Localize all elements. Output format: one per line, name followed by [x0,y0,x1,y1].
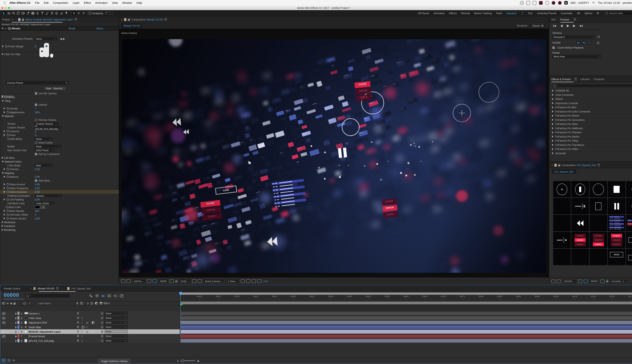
param-row-back-color[interactable]: Back Color [0,205,119,209]
video-column-icon[interactable] [2,302,5,304]
layer-label-swatch[interactable] [18,316,20,320]
zoom-slider-thumb[interactable] [181,360,184,362]
back-color-swatch[interactable] [35,206,40,208]
effects-search-box[interactable]: ▼ [551,84,632,88]
solo-column-icon[interactable] [10,302,12,304]
eraser-tool-icon[interactable] [54,11,59,16]
layer-name[interactable]: Color Juice [28,316,41,320]
workspace-tab-effects[interactable]: Effects [449,12,457,14]
clone-stamp-tool-icon[interactable] [50,11,54,16]
comp-timecode[interactable]: 00000 [158,279,168,283]
layer-duration-bar[interactable] [180,316,632,320]
switch-half-icon[interactable] [92,321,94,324]
expand-layer-switches-icon[interactable] [2,359,6,363]
layer-label-swatch[interactable] [18,312,20,315]
effects-category-fxfactory-pro-color-correction[interactable]: FxFactory Pro Color Correction [549,110,632,114]
switch-fan-icon[interactable] [77,335,79,338]
parent-pickwhip-icon[interactable]: @ [101,326,104,328]
menu-item-help[interactable]: Help [136,1,142,4]
switch-fan-icon[interactable] [77,317,79,320]
flowchart-jump-icon[interactable] [257,279,262,283]
expand-transfer-controls-icon[interactable] [8,359,10,362]
effects-category-fxfactory-pro-distort[interactable]: FxFactory Pro Distort [549,114,632,118]
effects-category-fxfactory-pro-glow[interactable]: FxFactory Pro Glow [549,122,632,126]
include-video-icon[interactable] [576,40,581,45]
param-row-noise-evolution[interactable]: Noise Evolution8,60 [0,190,119,194]
switch-fan-icon[interactable] [77,321,79,324]
frame-margin-value[interactable]: 0 [35,45,36,48]
composition-flowchart-icon[interactable] [89,294,93,298]
hand-tool-icon[interactable] [6,11,11,16]
switch-fan-icon[interactable] [77,312,79,315]
stopwatch-icon[interactable] [5,45,7,48]
param-row-noise-frequency[interactable]: Noise Frequency6,20 [0,186,119,190]
mosaic-plugin-logo[interactable] [40,43,56,59]
bluetooth-icon[interactable] [558,1,562,5]
workspace-tab-essentials[interactable]: Essentials [561,12,572,14]
effects-category-fxfactory-pro-stylize[interactable]: FxFactory Pro Stylize [549,134,632,139]
effects-category-generate[interactable]: Generate [549,151,632,156]
param-row-material-colors[interactable]: Material Colors [0,160,119,164]
param-row-color-mode[interactable]: Color ModeRaw⌄ [0,164,119,167]
safe-margins-icon[interactable] [584,280,588,283]
comp-flowchart-tab[interactable]: FUI_Square_5x5 [552,169,576,174]
snapping-toggle[interactable]: Snapping [89,12,103,14]
menu-item-composition[interactable]: Composition [53,1,68,4]
shortcut-dropdown[interactable]: Numpad 0⌄ [552,35,595,39]
param-row-custom-texture[interactable]: Custom Texture8. ATLAS_FUI_5x5.png⌄ [0,126,119,130]
snapshot-icon[interactable] [600,280,604,283]
apple-menu-icon[interactable]:  [4,1,6,4]
video-switch-icon[interactable] [2,331,6,333]
param-row-invert-colors[interactable]: Invert Colors [0,141,119,144]
grid-options-icon[interactable] [147,279,151,283]
workspace-tab-text[interactable]: Text [528,12,532,14]
param-row-modify[interactable]: ModifyNone⌄ [0,144,119,148]
param-row-tiling[interactable]: Tiling [0,99,119,103]
param-row-max-texture-size[interactable]: Max Texture Size8192 Pixels⌄ [0,148,119,152]
parent-dropdown[interactable]: None⌄ [104,330,128,333]
tab-info[interactable]: Info [551,18,556,21]
include-overlays-icon[interactable] [587,40,592,45]
parent-dropdown[interactable]: None⌄ [104,316,128,320]
param-row-cell-infos[interactable]: Cell Infos [0,156,119,160]
frameblend-column-icon[interactable] [91,302,94,304]
layer-row-color-juice[interactable]: 2 Color Juice / @ None⌄ [0,316,180,320]
param-row-rows[interactable]: Rows5 [0,133,119,137]
layer-duration-bar[interactable] [180,339,632,343]
param-row-columns[interactable]: Columns5 [0,130,119,133]
workspace-tab-standard[interactable]: Standard [506,12,516,14]
menu-item-edit[interactable]: Edit [44,1,48,4]
parent-dropdown[interactable]: None⌄ [104,339,128,342]
window-manager-icon[interactable] [533,1,536,5]
menu-item-animation[interactable]: Animation [95,1,108,4]
channel-icon[interactable] [606,280,609,282]
layer-row-depth-map[interactable]: 4 ★ Depth Map / @ None⌄ [0,325,180,330]
effects-category-distort[interactable]: Distort [549,97,632,101]
layer-duration-bar[interactable] [180,334,632,338]
always-preview-icon[interactable] [121,279,125,283]
safe-margins-icon[interactable] [153,279,157,283]
magnification-dropdown[interactable]: (18,2%)⌄ [562,279,577,283]
param-row-adaptiveness[interactable]: Adaptiveness33% [0,110,119,114]
tab-render-queue[interactable]: Render Queue [4,287,20,290]
switch-fan-icon[interactable] [77,326,79,328]
effects-category-fxfactory-pro-generators[interactable]: FxFactory Pro Generators [549,118,632,122]
param-row-extraction[interactable]: Extraction [0,95,119,99]
fast-previews-icon[interactable] [246,279,250,283]
panel-menu-icon[interactable] [597,164,600,166]
zoom-out-timeline-icon[interactable] [177,360,179,361]
first-frame-button[interactable] [553,24,556,27]
switch-slash-icon[interactable]: / [82,330,82,333]
play-button[interactable] [566,24,569,27]
label-column-icon[interactable] [22,302,26,305]
switch-fx-icon[interactable]: fx [86,330,88,333]
composition-image[interactable] [122,39,546,273]
layer-name[interactable]: [Fractal Noise] [28,335,45,338]
range-dropdown[interactable]: Work Area⌄ [552,54,601,58]
display-icon[interactable] [526,1,530,5]
parent-dropdown[interactable]: None⌄ [104,321,128,324]
timeline-navigator-bar[interactable] [180,292,632,295]
param-row-texture[interactable]: TextureCustom Texture⌄ [0,122,119,126]
tab-timeline-other[interactable]: FUI_Square_5x5 [72,287,91,290]
next-frame-button[interactable] [573,24,576,27]
